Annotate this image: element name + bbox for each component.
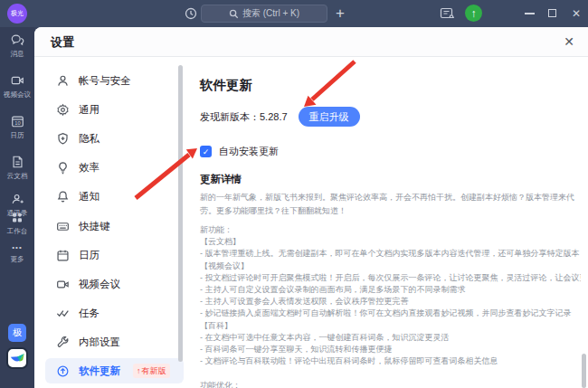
update-intro-text: 新的一年新气象，新版飞书来报到。聚焦评论效率高，开会不再怕干扰。创建副本好烦恼？…: [200, 191, 581, 218]
update-circle-icon: [56, 364, 70, 378]
gear-icon: [56, 103, 70, 117]
software-update-panel: 软件更新 发现新版本： 5.28.7 重启升级 ✓ 自动安装更新 更新详情 新的…: [185, 58, 588, 388]
nav-workbench[interactable]: 工作台: [0, 211, 34, 236]
chat-icon: [0, 33, 34, 47]
search-input[interactable]: 搜索 (Ctrl + K): [201, 5, 327, 23]
app-window: 极光 搜索 (Ctrl + K) + ↑ ✕: [0, 0, 588, 388]
page-title: 软件更新: [200, 77, 581, 94]
auto-update-checkbox[interactable]: ✓: [200, 146, 212, 157]
sidebar-item-label: 视频会议: [79, 278, 120, 291]
keyboard-icon: [56, 220, 70, 233]
search-icon: [229, 9, 239, 19]
sidebar-item-internal-settings[interactable]: 内部设置: [45, 329, 184, 355]
update-details-heading: 更新详情: [200, 173, 581, 186]
calendar-day-number: 10: [14, 120, 20, 126]
auto-update-label: 自动安装更新: [219, 145, 279, 158]
search-placeholder: 搜索 (Ctrl + K): [242, 7, 299, 20]
version-number: 5.28.7: [260, 111, 288, 122]
release-note-line: 新功能：: [200, 224, 581, 236]
sidebar-item-calendar[interactable]: 日历: [45, 242, 184, 268]
window-close-button[interactable]: ✕: [569, 5, 583, 22]
release-notes: 新功能：【云文档】- 版本管理重磅上线。无需创建副本，即可在单个文档内实现多版本…: [200, 224, 581, 388]
nav-label: 消息: [1, 49, 33, 58]
lightbulb-icon: [56, 161, 70, 175]
sidebar-item-label: 内部设置: [79, 336, 120, 349]
sidebar-item-account-security[interactable]: 帐号与安全: [45, 68, 184, 93]
nav-more[interactable]: ••• 更多: [0, 243, 34, 264]
settings-dialog: 设置 ✕ 帐号与安全 通用: [34, 27, 588, 388]
minimize-button[interactable]: [525, 13, 535, 14]
release-note-line: - 版本管理重磅上线。无需创建副本，即可在单个文档内实现多版本内容迭代管理，还可…: [200, 248, 581, 260]
double-check-icon: [56, 307, 70, 320]
release-note-line: - 妙记链接插入桌面端文档时可自动解析啦！你可在文档内直接观看妙记视频，并同步查…: [200, 308, 581, 319]
sidebar-item-label: 软件更新: [79, 364, 120, 378]
sidebar-item-efficiency[interactable]: 效率: [45, 155, 184, 180]
sidebar-item-shortcuts[interactable]: 快捷键: [45, 213, 184, 239]
maximize-button[interactable]: [548, 9, 556, 17]
release-note-line: [200, 367, 581, 379]
contacts-icon: [0, 192, 34, 206]
release-note-line: 功能优化：: [200, 380, 581, 388]
grid-icon: [0, 211, 34, 224]
sidebar-item-video-meeting[interactable]: 视频会议: [45, 271, 184, 297]
app-logo[interactable]: [6, 347, 28, 369]
calendar-icon: [56, 249, 70, 262]
content-scrollbar[interactable]: [582, 354, 586, 388]
nav-cloud-docs[interactable]: 云文档: [0, 155, 34, 181]
new-version-badge: ↑有新版: [133, 364, 170, 378]
sidebar-item-label: 快捷键: [79, 220, 110, 233]
more-ellipsis-icon: •••: [0, 243, 34, 252]
sidebar-item-label: 任务: [79, 307, 100, 320]
badge-up-arrow-icon: ↑: [137, 366, 141, 375]
sidebar-item-label: 帐号与安全: [79, 74, 131, 88]
sidebar-item-software-update[interactable]: 软件更新 ↑有新版: [45, 358, 184, 383]
settings-close-button[interactable]: ✕: [561, 33, 577, 50]
version-label: 发现新版本：: [200, 110, 260, 124]
tenant-badge[interactable]: 极: [8, 324, 26, 342]
release-note-line: - 主持人可设置参会人表情发送权限，会议秩序管控更完善: [200, 296, 581, 308]
sidebar-item-label: 隐私: [79, 132, 100, 146]
version-row: 发现新版本： 5.28.7 重启升级: [200, 107, 581, 127]
release-note-line: 【视频会议】: [200, 260, 581, 272]
settings-sidebar: 帐号与安全 通用 隐私: [34, 58, 185, 388]
settings-title: 设置: [51, 27, 74, 57]
notification-panel-icon[interactable]: [440, 6, 455, 21]
user-avatar[interactable]: 极光: [7, 4, 27, 24]
app-navigation-rail: 消息 视频会议 10 日历: [0, 27, 34, 388]
calendar-icon: 10: [0, 114, 34, 128]
document-icon: [0, 155, 34, 169]
person-icon: [56, 74, 70, 88]
release-note-line: 【云文档】: [200, 236, 581, 248]
sidebar-item-general[interactable]: 通用: [45, 97, 184, 122]
sidebar-scrollbar[interactable]: [178, 65, 183, 362]
sidebar-item-label: 日历: [79, 249, 100, 262]
release-note-line: - 在文档中可选中任意文本内容，一键创建百科词条，知识沉淀更灵活: [200, 332, 581, 344]
release-note-line: - 投文档过评论时可开启聚焦模式啦！开启后，每次仅展示一条评论，让讨论更聚焦，灵…: [200, 272, 581, 284]
restart-upgrade-button[interactable]: 重启升级: [299, 107, 360, 127]
release-note-line: 【百科】: [200, 320, 581, 332]
nav-video-meeting[interactable]: 视频会议: [0, 73, 34, 99]
sidebar-item-privacy[interactable]: 隐私: [45, 126, 184, 151]
nav-label: 日历: [1, 130, 33, 139]
wrench-icon: [56, 336, 70, 349]
sidebar-item-label: 通用: [79, 103, 100, 117]
nav-label: 工作台: [1, 226, 33, 235]
nav-label: 更多: [1, 254, 33, 263]
sidebar-item-label: 通知: [79, 190, 100, 203]
new-tab-button[interactable]: +: [331, 2, 349, 25]
nav-calendar[interactable]: 10 日历: [0, 114, 34, 140]
sidebar-item-notifications[interactable]: 通知: [45, 184, 184, 209]
sidebar-item-tasks[interactable]: 任务: [45, 300, 184, 326]
release-note-line: - 主持人可自定义设置会议录制的画面布局，满足多场景下的不同录制需求: [200, 284, 581, 296]
video-camera-icon: [0, 73, 34, 88]
update-available-icon[interactable]: ↑: [465, 5, 482, 22]
auto-update-row: ✓ 自动安装更新: [200, 145, 581, 158]
nav-label: 云文档: [1, 171, 33, 180]
bell-icon: [56, 190, 70, 203]
settings-dialog-header: 设置 ✕: [34, 27, 588, 57]
history-icon[interactable]: [184, 6, 198, 21]
shield-icon: [56, 132, 70, 146]
titlebar: 极光 搜索 (Ctrl + K) + ↑ ✕: [0, 0, 588, 27]
nav-messages[interactable]: 消息: [0, 33, 34, 59]
nav-label: 视频会议: [1, 90, 33, 99]
